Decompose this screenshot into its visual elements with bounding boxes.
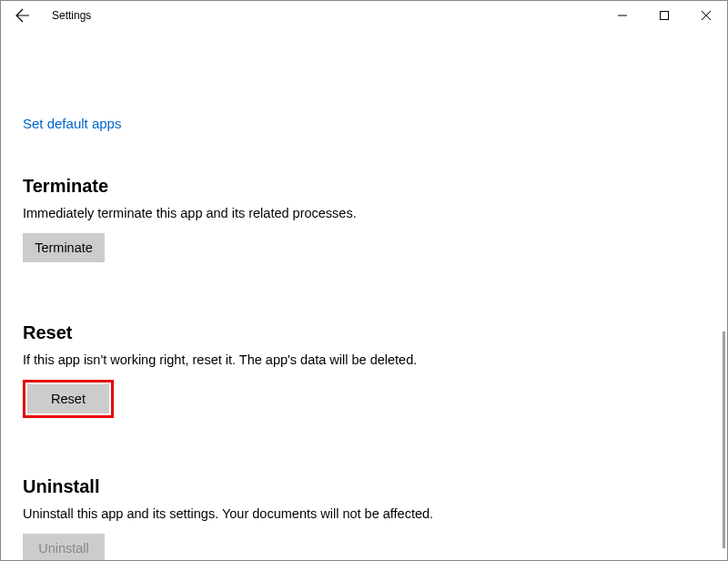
terminate-section: Terminate Immediately terminate this app… [23,176,705,262]
reset-title: Reset [23,322,705,343]
reset-button[interactable]: Reset [27,384,109,413]
terminate-description: Immediately terminate this app and its r… [23,206,705,220]
terminate-button[interactable]: Terminate [23,233,105,262]
set-default-apps-link[interactable]: Set default apps [23,116,121,131]
uninstall-button[interactable]: Uninstall [23,534,105,561]
minimize-icon [618,11,627,20]
maximize-icon [660,11,669,20]
uninstall-title: Uninstall [23,476,705,497]
uninstall-description: Uninstall this app and its settings. You… [23,506,705,521]
maximize-button[interactable] [643,1,685,30]
reset-button-highlight: Reset [23,380,114,418]
terminate-title: Terminate [23,176,705,197]
window-title: Settings [52,9,91,22]
reset-section: Reset If this app isn't working right, r… [23,322,705,418]
close-icon [702,11,711,20]
content-area: Set default apps Terminate Immediately t… [1,30,727,561]
arrow-left-icon [15,8,30,23]
titlebar: Settings [1,1,727,30]
reset-description: If this app isn't working right, reset i… [23,352,705,367]
close-button[interactable] [685,1,727,30]
back-button[interactable] [8,1,37,30]
uninstall-section: Uninstall Uninstall this app and its set… [23,476,705,561]
minimize-button[interactable] [602,1,643,30]
window-controls [602,1,727,30]
svg-rect-1 [661,12,669,20]
scrollbar-thumb[interactable] [723,332,725,548]
